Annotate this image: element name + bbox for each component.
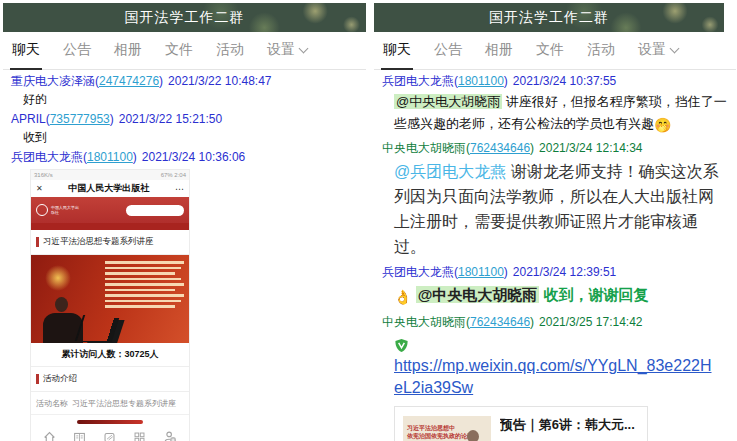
sender-uid-link[interactable]: 762434646 [470, 315, 530, 329]
group-title-bar: 国开法学工作二群 [374, 3, 724, 32]
sender-uid-link[interactable]: 735777953 [50, 112, 110, 126]
red-bar-icon [36, 237, 39, 247]
sender-uid-link[interactable]: 247474276 [99, 74, 159, 88]
sender-uid-link[interactable]: 1801100 [458, 74, 504, 88]
tab-bar: 聊天 公告 相册 文件 活动 设置 [3, 32, 366, 70]
phone-page-title: 中国人民大学出版社 [43, 182, 175, 195]
news-icon [73, 431, 86, 441]
message-time: 2021/3/24 12:14:34 [539, 141, 642, 155]
activity-intro-header: 活动介绍 [31, 367, 189, 392]
dual-chat-screenshots: 国开法学工作二群 聊天 公告 相册 文件 活动 设置 重庆电大凌泽涵(24747… [0, 0, 737, 441]
chevron-down-icon [299, 44, 309, 54]
tab-announcement[interactable]: 公告 [434, 41, 462, 69]
mention-tag[interactable]: @中央电大胡晓雨 [416, 286, 540, 303]
message-text: @中央电大胡晓雨 讲座很好，但报名程序繁琐，挡住了一些感兴趣的老师，还有公检法的… [374, 90, 736, 137]
sender-uid-link[interactable]: 1801100 [87, 150, 133, 164]
activity-name-row: 活动名称习近平法治思想专题系列讲座 [31, 392, 189, 415]
press-logo-icon [36, 204, 48, 216]
red-progress-bar [77, 420, 143, 424]
titter-emoji: 🤭 [654, 117, 671, 133]
chat-window-right: 国开法学工作二群 聊天 公告 相册 文件 活动 设置 兵团电大龙燕(180110… [374, 3, 736, 441]
tab-album[interactable]: 相册 [485, 41, 513, 69]
group-title: 国开法学工作二群 [489, 9, 609, 27]
message-time: 2021/3/22 15:21:50 [119, 112, 222, 126]
phone-app-bar: ✕ 中国人民大学出版社 ⋯ [31, 180, 189, 197]
message-text: @兵团电大龙燕 谢谢龙老师支持！确实这次系列因为只面向法学教师，所以在人大出版社… [374, 157, 736, 261]
microphones [75, 315, 115, 341]
tab-bar: 聊天 公告 相册 文件 活动 设置 [374, 32, 736, 70]
tab-settings[interactable]: 设置 [638, 41, 678, 69]
sender-name: 重庆电大凌泽涵 [11, 74, 95, 88]
message-header: 中央电大胡晓雨(762434646)2021/3/25 17:14:42 [374, 313, 736, 331]
chevron-down-icon [670, 44, 680, 54]
apps-grid-icon [133, 431, 146, 441]
banner-strip [31, 223, 189, 230]
message-time: 2021/3/22 10:48:47 [168, 74, 271, 88]
tab-chat[interactable]: 聊天 [383, 41, 411, 69]
message-header: 重庆电大凌泽涵(247474276)2021/3/22 10:48:47 [3, 72, 366, 90]
tab-album[interactable]: 相册 [114, 41, 142, 69]
press-brand-text: 中国人民大学出版社 [51, 205, 81, 215]
close-icon: ✕ [36, 184, 43, 193]
message-text: 👌 @中央电大胡晓雨 收到，谢谢回复 [374, 281, 736, 311]
tab-announcement[interactable]: 公告 [63, 41, 91, 69]
article-thumbnail: 习近平法治思想中 依宪治国依宪执政的论述 [403, 416, 491, 441]
group-title-bar: 国开法学工作二群 [3, 3, 366, 32]
tab-files[interactable]: 文件 [536, 41, 564, 69]
tab-files[interactable]: 文件 [165, 41, 193, 69]
message-header: 中央电大胡晓雨(762434646)2021/3/24 12:14:34 [374, 139, 736, 157]
home-icon [43, 431, 56, 441]
article-url-link[interactable]: https://mp.weixin.qq.com/s/YYgLN_83e222H… [374, 355, 720, 399]
message-text: 收到 [3, 128, 366, 146]
message-time: 2021/3/24 10:36:06 [142, 150, 245, 164]
sender-uid-link[interactable]: 762434646 [470, 141, 530, 155]
message-header: 兵团电大龙燕(1801100)2021/3/24 10:37:55 [374, 72, 736, 90]
professor-silhouette [458, 428, 488, 441]
sender-name: APRIL [11, 112, 46, 126]
tab-activity[interactable]: 活动 [587, 41, 615, 69]
visit-count: 累计访问人数：30725人 [31, 343, 189, 367]
mention-tag[interactable]: @中央电大胡晓雨 [394, 94, 502, 109]
message-time: 2021/3/25 17:14:42 [539, 315, 642, 329]
quote-text-lines [105, 261, 184, 311]
sender-name: 中央电大胡晓雨 [382, 315, 466, 329]
lecture-series-header: 习近平法治思想专题系列讲座 [31, 230, 189, 255]
ok-hand-emoji: 👌 [394, 289, 411, 305]
message-time: 2021/3/24 10:37:55 [513, 74, 616, 88]
article-card[interactable]: 习近平法治思想中 依宪治国依宪执政的论述 预告｜第6讲：韩大元... 预告｜第6… [394, 406, 648, 441]
activity-icon [103, 431, 116, 441]
red-bar-icon [36, 374, 39, 384]
phone-status-bar: 316K/s 67% 2:04 [31, 170, 189, 180]
tab-settings[interactable]: 设置 [267, 41, 307, 69]
star-glow [45, 265, 71, 291]
mention-tag[interactable]: @兵团电大龙燕 [394, 163, 506, 180]
tab-activity[interactable]: 活动 [216, 41, 244, 69]
sender-uid-link[interactable]: 1801100 [458, 265, 504, 279]
tab-chat[interactable]: 聊天 [12, 41, 40, 69]
sender-name: 中央电大胡晓雨 [382, 141, 466, 155]
lecture-poster-image [31, 255, 189, 343]
message-header: 兵团电大龙燕(1801100)2021/3/24 12:39:51 [374, 263, 736, 281]
sender-name: 兵团电大龙燕 [382, 265, 454, 279]
shared-image-phone-screenshot[interactable]: 316K/s 67% 2:04 ✕ 中国人民大学出版社 ⋯ 中国人民大学出版社 … [30, 169, 190, 441]
more-icon: ⋯ [175, 184, 184, 194]
message-header: 兵团电大龙燕(1801100)2021/3/24 10:36:06 [3, 148, 366, 166]
group-title: 国开法学工作二群 [125, 9, 245, 27]
message-header: APRIL(735777953)2021/3/22 15:21:50 [3, 110, 366, 128]
search-pill [126, 205, 184, 216]
press-banner: 中国人民大学出版社 [31, 197, 189, 223]
message-text: 好的 [3, 90, 366, 108]
sender-name: 兵团电大龙燕 [382, 74, 454, 88]
sender-name: 兵团电大龙燕 [11, 150, 83, 164]
message-time: 2021/3/24 12:39:51 [513, 265, 616, 279]
article-card-title: 预告｜第6讲：韩大元... [500, 416, 639, 434]
chat-window-left: 国开法学工作二群 聊天 公告 相册 文件 活动 设置 重庆电大凌泽涵(24747… [3, 3, 366, 441]
phone-bottom-nav [31, 427, 189, 441]
safe-link-shield-icon [394, 338, 409, 353]
profile-icon [163, 430, 177, 441]
